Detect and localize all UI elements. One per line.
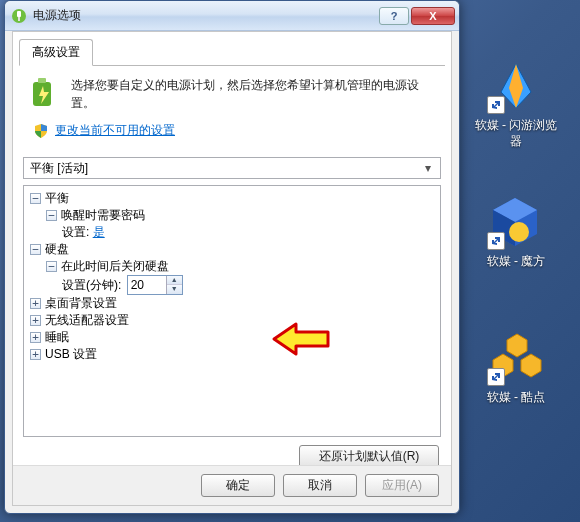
svg-rect-2 xyxy=(18,17,20,21)
power-plug-icon xyxy=(11,8,27,24)
intro-text: 选择您要自定义的电源计划，然后选择您希望计算机管理的电源设置。 xyxy=(71,76,437,112)
desktop-icon-browser[interactable]: 软媒 - 闪游浏览器 xyxy=(470,58,562,149)
tree-node-wireless[interactable]: +无线适配器设置 xyxy=(30,312,438,329)
cube-icon xyxy=(487,194,545,250)
plan-dropdown-value: 平衡 [活动] xyxy=(30,160,88,177)
collapse-icon[interactable]: − xyxy=(46,261,57,272)
shield-icon xyxy=(33,123,49,139)
desktop-icon-label: 软媒 - 酷点 xyxy=(470,390,562,406)
power-options-dialog: 电源选项 ? X 高级设置 选择您要自定义的电源计划，然后选择您希望计算机管理的… xyxy=(4,0,460,514)
minutes-spinner[interactable]: ▲ ▼ xyxy=(127,275,183,295)
apply-button[interactable]: 应用(A) xyxy=(365,474,439,497)
tree-setting-wake-password[interactable]: 设置: 是 xyxy=(62,224,438,241)
shortcut-arrow-icon xyxy=(487,232,505,250)
svg-rect-1 xyxy=(17,11,21,17)
settings-tree[interactable]: −平衡 −唤醒时需要密码 设置: 是 −硬盘 −在此时间后关闭硬盘 设置(分钟)… xyxy=(23,185,441,437)
tab-panel: 选择您要自定义的电源计划，然后选择您希望计算机管理的电源设置。 更改当前不可用的… xyxy=(13,66,451,147)
help-button[interactable]: ? xyxy=(379,7,409,25)
browser-icon xyxy=(487,58,545,114)
desktop-icon-label: 软媒 - 闪游浏览器 xyxy=(470,118,562,149)
desktop-icon-mofang[interactable]: 软媒 - 魔方 xyxy=(470,194,562,270)
client-area: 高级设置 选择您要自定义的电源计划，然后选择您希望计算机管理的电源设置。 更改当… xyxy=(12,31,452,506)
tree-setting-turnoff-disk[interactable]: 设置(分钟): ▲ ▼ xyxy=(62,275,438,295)
tree-node-turnoff-disk[interactable]: −在此时间后关闭硬盘 xyxy=(46,258,438,275)
close-button[interactable]: X xyxy=(411,7,455,25)
shortcut-arrow-icon xyxy=(487,368,505,386)
change-unavailable-link[interactable]: 更改当前不可用的设置 xyxy=(55,122,175,139)
tab-advanced[interactable]: 高级设置 xyxy=(19,39,93,66)
svg-rect-4 xyxy=(38,78,46,83)
tree-node-sleep[interactable]: +睡眠 xyxy=(30,329,438,346)
collapse-icon[interactable]: − xyxy=(30,193,41,204)
titlebar[interactable]: 电源选项 ? X xyxy=(5,1,459,31)
hex-icon xyxy=(487,330,545,386)
battery-icon xyxy=(27,76,61,110)
tree-node-desktop-bg[interactable]: +桌面背景设置 xyxy=(30,295,438,312)
spin-up-button[interactable]: ▲ xyxy=(167,276,182,285)
dialog-footer: 确定 取消 应用(A) xyxy=(13,465,451,505)
desktop-icon-label: 软媒 - 魔方 xyxy=(470,254,562,270)
chevron-down-icon: ▾ xyxy=(420,161,436,175)
expand-icon[interactable]: + xyxy=(30,349,41,360)
tabstrip: 高级设置 xyxy=(19,38,445,66)
collapse-icon[interactable]: − xyxy=(46,210,57,221)
expand-icon[interactable]: + xyxy=(30,298,41,309)
window-title: 电源选项 xyxy=(33,7,377,24)
collapse-icon[interactable]: − xyxy=(30,244,41,255)
tree-node-wake-password[interactable]: −唤醒时需要密码 xyxy=(46,207,438,224)
wake-password-value[interactable]: 是 xyxy=(93,225,105,239)
expand-icon[interactable]: + xyxy=(30,315,41,326)
ok-button[interactable]: 确定 xyxy=(201,474,275,497)
shortcut-arrow-icon xyxy=(487,96,505,114)
spin-down-button[interactable]: ▼ xyxy=(167,285,182,294)
minutes-input[interactable] xyxy=(128,276,166,294)
tree-node-balanced[interactable]: −平衡 xyxy=(30,190,438,207)
expand-icon[interactable]: + xyxy=(30,332,41,343)
cancel-button[interactable]: 取消 xyxy=(283,474,357,497)
desktop-icon-kudian[interactable]: 软媒 - 酷点 xyxy=(470,330,562,406)
tree-node-usb[interactable]: +USB 设置 xyxy=(30,346,438,363)
tree-node-harddisk[interactable]: −硬盘 xyxy=(30,241,438,258)
plan-dropdown[interactable]: 平衡 [活动] ▾ xyxy=(23,157,441,179)
